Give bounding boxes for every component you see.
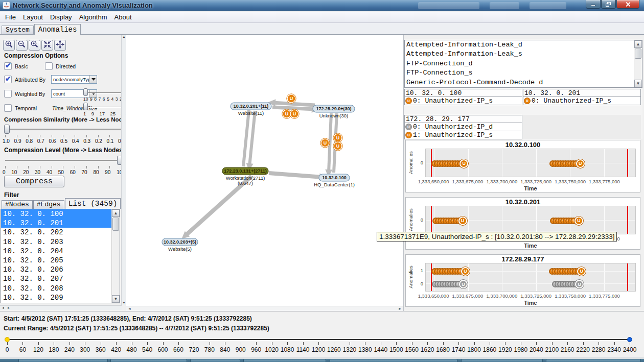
scroll-down-icon[interactable]: ▼: [634, 80, 642, 87]
chart-plot-area[interactable]: UUUU: [425, 263, 636, 292]
scroll-left-icon[interactable]: ◄: [128, 307, 131, 310]
graph-hscrollbar[interactable]: ◄ ►: [126, 306, 403, 311]
scroll-down-icon[interactable]: ▼: [112, 295, 120, 303]
fit-to-view-button[interactable]: [41, 40, 53, 51]
graph-node-172.28.29.0[interactable]: 172.28.29.0+(30)Unknown(30): [313, 105, 355, 118]
ip-list-scrollbar[interactable]: ▲ ▼: [111, 209, 120, 303]
unauthorized-badge-icon[interactable]: U: [333, 141, 342, 151]
network-graph[interactable]: 10.32.0.201+(11)Website(11)172.28.29.0+(…: [126, 35, 403, 305]
ip-list-item[interactable]: 10. 32. 0. 205: [1, 256, 111, 265]
taskbar[interactable]: [0, 357, 644, 362]
scrollbar-thumb[interactable]: [635, 49, 641, 59]
attributed-by-select[interactable]: nodeAnomalyType: [51, 75, 97, 84]
timeline-track[interactable]: [7, 339, 630, 340]
range-start-thumb[interactable]: [5, 337, 10, 342]
menu-file[interactable]: File: [2, 12, 19, 22]
graph-edge[interactable]: [272, 107, 315, 109]
taskbar-button[interactable]: [110, 359, 187, 362]
minimize-button[interactable]: [586, 0, 601, 9]
restore-button[interactable]: [601, 0, 616, 9]
ip-list-item[interactable]: 10. 32. 0. 203: [1, 237, 111, 247]
tab-system[interactable]: System: [2, 26, 34, 34]
weighted-by-checkbox[interactable]: [4, 90, 12, 98]
graph-node-10.32.0.203[interactable]: 10.32.0.203+(5)Website(5): [162, 238, 198, 252]
anomaly-row[interactable]: U0: Unauthorized-IP_s: [404, 97, 522, 105]
scroll-left-icon[interactable]: ◄: [1, 306, 6, 310]
scroll-down-icon[interactable]: ▼: [122, 301, 126, 305]
anomaly-type-item[interactable]: Attempted-Information-Leak_d: [405, 40, 634, 50]
anomaly-type-item[interactable]: Generic-Protocol-Command-Decode_d: [405, 78, 634, 87]
zoom-in-button[interactable]: [3, 40, 15, 51]
slider-thumb[interactable]: [83, 103, 88, 110]
ip-list-item[interactable]: 10. 32. 0. 206: [1, 265, 111, 274]
anomaly-row[interactable]: U0: Unauthorized-IP_s: [523, 97, 641, 105]
anomaly-cluster[interactable]: U: [432, 216, 465, 225]
filter-tab-list3459[interactable]: List (3459): [65, 198, 121, 209]
chart-plot-area[interactable]: UU: [425, 206, 636, 234]
ip-list-item[interactable]: 10. 32. 0. 100: [1, 209, 111, 219]
graph-canvas[interactable]: 10.32.0.201+(11)Website(11)172.28.29.0+(…: [126, 35, 404, 311]
graph-node-10.32.0.201[interactable]: 10.32.0.201+(11)Website(11): [231, 103, 271, 116]
scroll-up-icon[interactable]: ▲: [122, 35, 126, 39]
anomaly-cluster[interactable]: U: [432, 280, 466, 288]
graph-edge[interactable]: [272, 103, 315, 105]
taskbar-button[interactable]: [243, 359, 326, 362]
taskbar-button[interactable]: [546, 359, 641, 362]
compress-button[interactable]: Compress: [4, 176, 64, 187]
ip-list-item[interactable]: 10. 32. 0. 201: [1, 219, 111, 228]
time-window-slider[interactable]: 19172533: [83, 101, 126, 117]
anomaly-type-item[interactable]: FTP-Connection_s: [405, 68, 634, 78]
anomaly-type-item[interactable]: FTP-Connection_d: [405, 59, 634, 68]
anomaly-type-item[interactable]: Attempted-Information-Leak_s: [405, 50, 634, 59]
menu-layout[interactable]: Layout: [19, 12, 47, 22]
unauthorized-badge-icon[interactable]: U: [320, 138, 330, 148]
zoom-original-button[interactable]: [29, 40, 40, 51]
temporal-checkbox[interactable]: [4, 104, 12, 112]
tab-anomalies[interactable]: Anomalies: [34, 24, 81, 35]
anomaly-cluster[interactable]: U: [549, 267, 585, 276]
graph-edge[interactable]: [249, 111, 255, 166]
anomaly-row[interactable]: U0: Unauthorized-IP_d: [404, 123, 522, 131]
title-bar[interactable]: Network Security and Anomaly Visualizati…: [0, 0, 644, 11]
taskbar-button[interactable]: [330, 359, 457, 362]
graph-edge[interactable]: [243, 110, 249, 166]
graph-node-10.32.0.100[interactable]: 10.32.0.100HQ_DataCenter(1): [314, 174, 355, 187]
anomaly-cluster[interactable]: U: [431, 159, 467, 168]
chart-plot-area[interactable]: UU: [425, 149, 636, 177]
scroll-up-icon[interactable]: ▲: [634, 40, 642, 48]
left-panel-vscrollbar[interactable]: ▲ ▼: [121, 35, 126, 305]
directed-checkbox[interactable]: [45, 62, 53, 70]
similarity-slider[interactable]: 1.00.90.80.70.60.50.40.30.20.10.0: [4, 123, 123, 146]
anomaly-row[interactable]: U1: Unauthorized-IP_s: [404, 131, 522, 139]
anomaly-cluster[interactable]: U: [550, 216, 582, 225]
scroll-up-icon[interactable]: ▲: [112, 209, 120, 217]
slider-thumb[interactable]: [4, 125, 10, 134]
taskbar-button[interactable]: [18, 359, 108, 362]
anomaly-cluster[interactable]: U: [552, 280, 582, 288]
scroll-right-icon[interactable]: ►: [6, 306, 11, 310]
anomaly-cluster[interactable]: U: [549, 159, 583, 168]
filter-tab-edges[interactable]: #Edges: [33, 200, 64, 209]
ip-list-item[interactable]: 10. 32. 0. 207: [1, 274, 111, 283]
ip-list-item[interactable]: 10. 32. 0. 209: [1, 293, 111, 302]
scrollbar-thumb[interactable]: [112, 218, 119, 231]
ip-list-item[interactable]: 10. 32. 0. 204: [1, 247, 111, 256]
time-range-slider[interactable]: 0601201802403003604204805406006607207808…: [7, 337, 630, 356]
menu-algorithm[interactable]: Algorithm: [76, 12, 111, 22]
unauthorized-badge-icon[interactable]: U: [290, 109, 299, 118]
basic-checkbox[interactable]: [4, 62, 12, 70]
pan-button[interactable]: [54, 40, 66, 51]
level-slider[interactable]: 0102030405060708090100: [4, 154, 123, 177]
slider-thumb[interactable]: [83, 88, 88, 96]
ip-list-item[interactable]: 10. 32. 0. 208: [1, 284, 111, 293]
range-end-thumb[interactable]: [627, 337, 632, 342]
anomaly-list-scrollbar[interactable]: ▲ ▼: [634, 40, 642, 87]
graph-edge[interactable]: [269, 173, 323, 177]
menu-about[interactable]: About: [111, 12, 135, 22]
ip-list-item[interactable]: 10. 32. 0. 202: [1, 228, 111, 237]
scroll-right-icon[interactable]: ►: [398, 307, 402, 310]
taskbar-button[interactable]: [190, 359, 240, 362]
close-button[interactable]: [616, 0, 639, 9]
attributed-by-checkbox[interactable]: [4, 76, 12, 83]
unauthorized-badge-icon[interactable]: U: [287, 94, 296, 103]
